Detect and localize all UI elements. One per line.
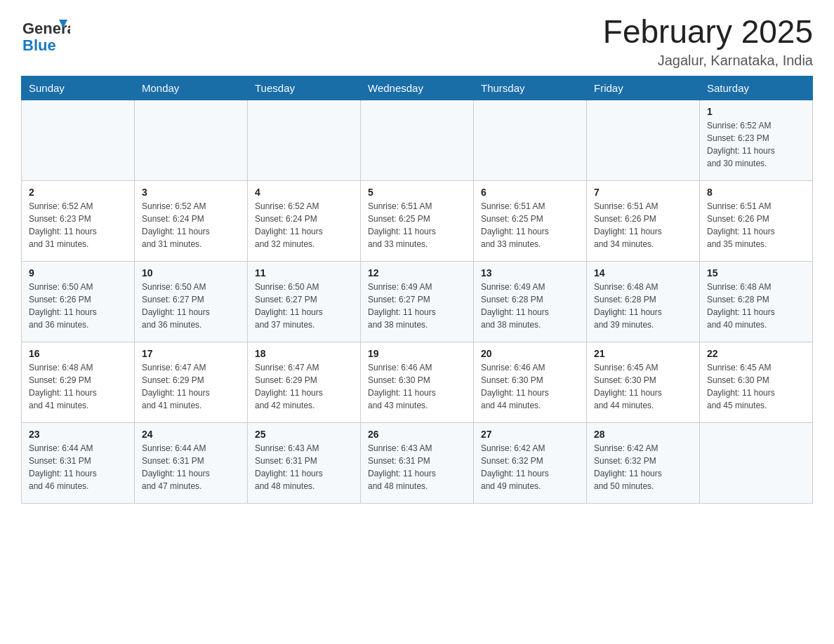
logo: General Blue <box>21 14 70 60</box>
day-number: 20 <box>481 348 579 359</box>
day-number: 10 <box>142 267 240 279</box>
month-title: February 2025 <box>603 14 813 50</box>
weekday-header-friday: Friday <box>587 76 700 100</box>
weekday-header-sunday: Sunday <box>22 76 135 100</box>
calendar-cell <box>135 100 248 180</box>
calendar-week-4: 16Sunrise: 6:48 AMSunset: 6:29 PMDayligh… <box>22 342 813 422</box>
day-number: 27 <box>481 429 579 440</box>
calendar-week-3: 9Sunrise: 6:50 AMSunset: 6:26 PMDaylight… <box>22 261 813 342</box>
day-info: Sunrise: 6:42 AMSunset: 6:32 PMDaylight:… <box>481 442 579 492</box>
calendar-week-1: 1Sunrise: 6:52 AMSunset: 6:23 PMDaylight… <box>22 100 813 180</box>
day-info: Sunrise: 6:43 AMSunset: 6:31 PMDaylight:… <box>368 442 466 492</box>
location: Jagalur, Karnataka, India <box>603 53 813 69</box>
day-info: Sunrise: 6:42 AMSunset: 6:32 PMDaylight:… <box>594 442 692 492</box>
calendar-cell: 10Sunrise: 6:50 AMSunset: 6:27 PMDayligh… <box>135 261 248 342</box>
day-info: Sunrise: 6:46 AMSunset: 6:30 PMDaylight:… <box>481 361 579 412</box>
title-block: February 2025 Jagalur, Karnataka, India <box>603 14 813 69</box>
calendar-body: 1Sunrise: 6:52 AMSunset: 6:23 PMDaylight… <box>22 100 813 503</box>
calendar-cell: 16Sunrise: 6:48 AMSunset: 6:29 PMDayligh… <box>22 342 135 422</box>
calendar-cell: 22Sunrise: 6:45 AMSunset: 6:30 PMDayligh… <box>700 342 813 422</box>
day-info: Sunrise: 6:47 AMSunset: 6:29 PMDaylight:… <box>255 361 353 412</box>
day-info: Sunrise: 6:45 AMSunset: 6:30 PMDaylight:… <box>707 361 805 412</box>
day-number: 13 <box>481 267 579 279</box>
calendar-cell: 21Sunrise: 6:45 AMSunset: 6:30 PMDayligh… <box>587 342 700 422</box>
day-number: 1 <box>707 106 805 117</box>
day-info: Sunrise: 6:50 AMSunset: 6:27 PMDaylight:… <box>142 281 240 331</box>
day-number: 4 <box>255 187 353 198</box>
day-info: Sunrise: 6:52 AMSunset: 6:24 PMDaylight:… <box>255 200 353 250</box>
calendar-cell: 15Sunrise: 6:48 AMSunset: 6:28 PMDayligh… <box>700 261 813 342</box>
day-number: 25 <box>255 429 353 440</box>
day-info: Sunrise: 6:49 AMSunset: 6:27 PMDaylight:… <box>368 281 466 331</box>
day-number: 17 <box>142 348 240 359</box>
day-info: Sunrise: 6:43 AMSunset: 6:31 PMDaylight:… <box>255 442 353 492</box>
day-number: 22 <box>707 348 805 359</box>
day-info: Sunrise: 6:51 AMSunset: 6:26 PMDaylight:… <box>594 200 692 250</box>
day-info: Sunrise: 6:50 AMSunset: 6:27 PMDaylight:… <box>255 281 353 331</box>
calendar-cell: 17Sunrise: 6:47 AMSunset: 6:29 PMDayligh… <box>135 342 248 422</box>
weekday-header-monday: Monday <box>135 76 248 100</box>
calendar-cell <box>248 100 361 180</box>
day-info: Sunrise: 6:49 AMSunset: 6:28 PMDaylight:… <box>481 281 579 331</box>
day-info: Sunrise: 6:51 AMSunset: 6:25 PMDaylight:… <box>368 200 466 250</box>
calendar-header: SundayMondayTuesdayWednesdayThursdayFrid… <box>22 76 813 100</box>
calendar-cell: 18Sunrise: 6:47 AMSunset: 6:29 PMDayligh… <box>248 342 361 422</box>
calendar-cell: 12Sunrise: 6:49 AMSunset: 6:27 PMDayligh… <box>361 261 474 342</box>
day-number: 9 <box>29 267 127 279</box>
calendar-cell: 6Sunrise: 6:51 AMSunset: 6:25 PMDaylight… <box>474 180 587 261</box>
calendar-cell <box>474 100 587 180</box>
calendar-cell: 14Sunrise: 6:48 AMSunset: 6:28 PMDayligh… <box>587 261 700 342</box>
calendar-cell: 25Sunrise: 6:43 AMSunset: 6:31 PMDayligh… <box>248 422 361 503</box>
day-number: 6 <box>481 187 579 198</box>
day-info: Sunrise: 6:52 AMSunset: 6:23 PMDaylight:… <box>707 119 805 170</box>
day-number: 23 <box>29 429 127 440</box>
weekday-header-saturday: Saturday <box>700 76 813 100</box>
day-info: Sunrise: 6:46 AMSunset: 6:30 PMDaylight:… <box>368 361 466 412</box>
day-number: 2 <box>29 187 127 198</box>
day-info: Sunrise: 6:47 AMSunset: 6:29 PMDaylight:… <box>142 361 240 412</box>
page-header: General Blue February 2025 Jagalur, Karn… <box>21 14 813 69</box>
calendar-cell: 8Sunrise: 6:51 AMSunset: 6:26 PMDaylight… <box>700 180 813 261</box>
day-number: 21 <box>594 348 692 359</box>
day-info: Sunrise: 6:45 AMSunset: 6:30 PMDaylight:… <box>594 361 692 412</box>
calendar-cell: 5Sunrise: 6:51 AMSunset: 6:25 PMDaylight… <box>361 180 474 261</box>
calendar-cell: 4Sunrise: 6:52 AMSunset: 6:24 PMDaylight… <box>248 180 361 261</box>
day-info: Sunrise: 6:48 AMSunset: 6:29 PMDaylight:… <box>29 361 127 412</box>
calendar-cell: 1Sunrise: 6:52 AMSunset: 6:23 PMDaylight… <box>700 100 813 180</box>
calendar-cell: 2Sunrise: 6:52 AMSunset: 6:23 PMDaylight… <box>22 180 135 261</box>
day-info: Sunrise: 6:50 AMSunset: 6:26 PMDaylight:… <box>29 281 127 331</box>
calendar-cell: 13Sunrise: 6:49 AMSunset: 6:28 PMDayligh… <box>474 261 587 342</box>
calendar-cell <box>700 422 813 503</box>
calendar-cell: 11Sunrise: 6:50 AMSunset: 6:27 PMDayligh… <box>248 261 361 342</box>
weekday-header-tuesday: Tuesday <box>248 76 361 100</box>
svg-text:Blue: Blue <box>22 36 56 54</box>
day-info: Sunrise: 6:52 AMSunset: 6:23 PMDaylight:… <box>29 200 127 250</box>
calendar-cell: 9Sunrise: 6:50 AMSunset: 6:26 PMDaylight… <box>22 261 135 342</box>
day-info: Sunrise: 6:51 AMSunset: 6:26 PMDaylight:… <box>707 200 805 250</box>
day-info: Sunrise: 6:52 AMSunset: 6:24 PMDaylight:… <box>142 200 240 250</box>
logo-icon: General Blue <box>21 14 70 60</box>
calendar-cell <box>22 100 135 180</box>
day-number: 7 <box>594 187 692 198</box>
weekday-header-thursday: Thursday <box>474 76 587 100</box>
weekday-header-row: SundayMondayTuesdayWednesdayThursdayFrid… <box>22 76 813 100</box>
calendar-cell: 7Sunrise: 6:51 AMSunset: 6:26 PMDaylight… <box>587 180 700 261</box>
day-info: Sunrise: 6:48 AMSunset: 6:28 PMDaylight:… <box>707 281 805 331</box>
weekday-header-wednesday: Wednesday <box>361 76 474 100</box>
day-number: 24 <box>142 429 240 440</box>
calendar-week-2: 2Sunrise: 6:52 AMSunset: 6:23 PMDaylight… <box>22 180 813 261</box>
day-number: 19 <box>368 348 466 359</box>
day-number: 18 <box>255 348 353 359</box>
day-info: Sunrise: 6:44 AMSunset: 6:31 PMDaylight:… <box>142 442 240 492</box>
day-number: 15 <box>707 267 805 279</box>
calendar-cell: 28Sunrise: 6:42 AMSunset: 6:32 PMDayligh… <box>587 422 700 503</box>
calendar-cell <box>361 100 474 180</box>
calendar-week-5: 23Sunrise: 6:44 AMSunset: 6:31 PMDayligh… <box>22 422 813 503</box>
day-number: 14 <box>594 267 692 279</box>
day-number: 28 <box>594 429 692 440</box>
calendar-cell: 19Sunrise: 6:46 AMSunset: 6:30 PMDayligh… <box>361 342 474 422</box>
day-number: 3 <box>142 187 240 198</box>
day-number: 12 <box>368 267 466 279</box>
day-number: 5 <box>368 187 466 198</box>
calendar-cell: 27Sunrise: 6:42 AMSunset: 6:32 PMDayligh… <box>474 422 587 503</box>
